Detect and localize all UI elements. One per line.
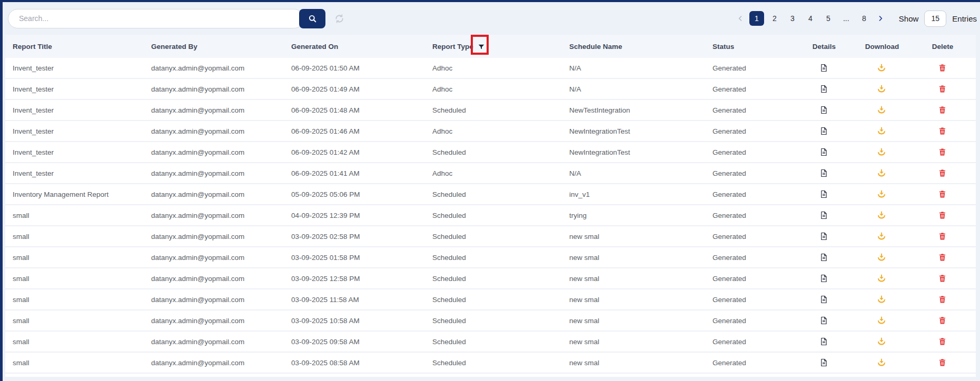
document-icon <box>819 295 828 304</box>
generated-on-cell: 06-09-2025 01:46 AM <box>291 127 432 135</box>
download-button[interactable] <box>875 293 888 306</box>
document-icon <box>819 147 828 157</box>
schedule-name-cell: new smal <box>569 296 712 304</box>
status-cell: Generated <box>712 106 797 114</box>
generated-by-cell: datanyx.admin@yopmail.com <box>151 169 291 177</box>
details-button[interactable] <box>818 252 829 263</box>
report-type-filter-control[interactable] <box>478 43 485 51</box>
download-button[interactable] <box>875 62 888 74</box>
download-icon <box>876 105 887 115</box>
report-title-cell: small <box>5 212 151 219</box>
refresh-icon[interactable] <box>334 13 345 24</box>
details-button[interactable] <box>818 62 829 74</box>
search-input[interactable] <box>8 9 304 28</box>
trash-icon <box>938 295 947 304</box>
details-button[interactable] <box>818 83 829 95</box>
document-icon <box>819 105 828 115</box>
details-button[interactable] <box>818 146 829 158</box>
download-button[interactable] <box>875 104 888 116</box>
details-button[interactable] <box>818 315 829 326</box>
details-button[interactable] <box>818 104 829 116</box>
generated-on-cell: 06-09-2025 01:50 AM <box>291 64 432 72</box>
download-button[interactable] <box>875 314 888 327</box>
download-button[interactable] <box>875 146 888 158</box>
download-icon <box>876 168 887 178</box>
delete-button[interactable] <box>937 315 948 326</box>
delete-button[interactable] <box>937 252 948 263</box>
delete-button[interactable] <box>937 125 948 137</box>
download-button[interactable] <box>875 83 888 95</box>
generated-on-cell: 04-09-2025 12:39 PM <box>291 212 432 219</box>
col-header-download: Download <box>855 43 913 51</box>
generated-on-cell: 03-09-2025 11:58 AM <box>291 296 432 304</box>
document-icon <box>819 358 828 367</box>
schedule-name-cell: NewTestIntegration <box>569 106 712 114</box>
details-button[interactable] <box>818 336 829 347</box>
download-button[interactable] <box>875 209 888 222</box>
delete-button[interactable] <box>937 294 948 305</box>
page-button-1[interactable]: 1 <box>749 11 764 26</box>
delete-button[interactable] <box>937 273 948 284</box>
download-button[interactable] <box>875 251 888 264</box>
delete-button[interactable] <box>937 188 948 200</box>
filter-funnel-icon[interactable] <box>478 43 485 51</box>
entries-count-box[interactable]: 15 <box>924 11 946 27</box>
col-header-report-type-label: Report Type <box>432 43 473 51</box>
document-icon <box>819 337 828 346</box>
toolbar: 1 2 3 4 5 ... 8 Show 15 Entries <box>3 2 980 35</box>
details-button[interactable] <box>818 230 829 242</box>
details-button[interactable] <box>818 125 829 137</box>
details-button[interactable] <box>818 209 829 221</box>
generated-by-cell: datanyx.admin@yopmail.com <box>151 85 291 93</box>
details-button[interactable] <box>818 167 829 179</box>
col-header-report-type: Report Type <box>432 43 569 51</box>
download-icon <box>876 252 887 263</box>
delete-button[interactable] <box>937 209 948 221</box>
chevron-right-icon[interactable] <box>875 11 886 26</box>
download-button[interactable] <box>875 125 888 137</box>
document-icon <box>819 316 828 325</box>
report-type-cell: Scheduled <box>432 338 569 346</box>
delete-button[interactable] <box>937 336 948 347</box>
delete-button[interactable] <box>937 62 948 74</box>
download-icon <box>876 336 887 347</box>
delete-button[interactable] <box>937 104 948 116</box>
details-button[interactable] <box>818 357 829 368</box>
download-button[interactable] <box>875 356 888 369</box>
delete-button[interactable] <box>937 167 948 179</box>
page-button-5[interactable]: 5 <box>821 11 836 26</box>
status-cell: Generated <box>712 275 797 283</box>
chevron-left-icon[interactable] <box>735 11 746 26</box>
page-button-3[interactable]: 3 <box>785 11 800 26</box>
status-cell: Generated <box>712 233 797 240</box>
download-button[interactable] <box>875 230 888 243</box>
download-button[interactable] <box>875 167 888 179</box>
details-button[interactable] <box>818 188 829 200</box>
search-button[interactable] <box>299 9 325 28</box>
report-title-cell: small <box>5 233 151 240</box>
schedule-name-cell: N/A <box>569 64 712 72</box>
delete-button[interactable] <box>937 230 948 242</box>
details-button[interactable] <box>818 273 829 284</box>
delete-button[interactable] <box>937 146 948 158</box>
report-type-cell: Scheduled <box>432 275 569 283</box>
download-icon <box>876 315 887 326</box>
download-button[interactable] <box>875 335 888 348</box>
delete-button[interactable] <box>937 357 948 368</box>
generated-on-cell: 06-09-2025 01:48 AM <box>291 106 432 114</box>
generated-by-cell: datanyx.admin@yopmail.com <box>151 338 291 346</box>
search-group <box>8 9 345 28</box>
details-button[interactable] <box>818 294 829 305</box>
table-row: Invent_tester datanyx.admin@yopmail.com … <box>5 79 976 100</box>
page-button-8[interactable]: 8 <box>857 11 872 26</box>
report-title-cell: Invent_tester <box>5 169 151 177</box>
schedule-name-cell: NewIntegrationTest <box>569 148 712 156</box>
page-button-4[interactable]: 4 <box>803 11 818 26</box>
delete-button[interactable] <box>937 83 948 95</box>
download-button[interactable] <box>875 188 888 200</box>
page-button-2[interactable]: 2 <box>767 11 782 26</box>
schedule-name-cell: inv_v1 <box>569 190 712 198</box>
report-type-cell: Adhoc <box>432 85 569 93</box>
download-button[interactable] <box>875 272 888 285</box>
table-row: small datanyx.admin@yopmail.com 03-09-20… <box>5 226 976 247</box>
